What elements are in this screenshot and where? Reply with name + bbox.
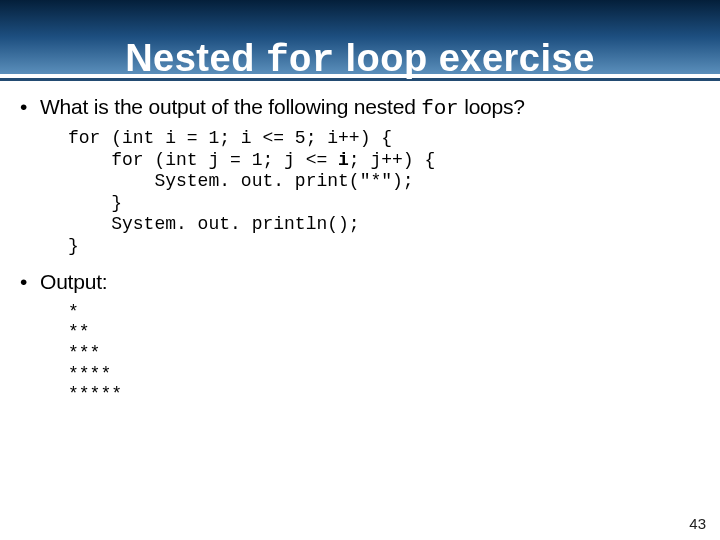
- title-band: Nested for loop exercise: [0, 0, 720, 74]
- code-l5: System. out. println();: [68, 214, 360, 234]
- slide: Nested for loop exercise • What is the o…: [0, 0, 720, 540]
- code-l4: }: [68, 193, 122, 213]
- bullet-output-label: Output:: [40, 270, 107, 294]
- q-mono: for: [421, 97, 458, 120]
- slide-body: • What is the output of the following ne…: [0, 81, 720, 405]
- q-post: loops?: [459, 95, 525, 118]
- bullet-question: • What is the output of the following ne…: [20, 95, 700, 120]
- title-pre: Nested: [125, 37, 266, 79]
- q-pre: What is the output of the following nest…: [40, 95, 421, 118]
- bullet-dot-icon: •: [20, 270, 40, 294]
- code-block: for (int i = 1; i <= 5; i++) { for (int …: [68, 128, 700, 258]
- slide-title: Nested for loop exercise: [125, 39, 595, 80]
- code-l3: System. out. print("*");: [68, 171, 414, 191]
- code-l2a: for (int j = 1; j <=: [68, 150, 338, 170]
- title-post: loop exercise: [334, 37, 594, 79]
- title-mono: for: [266, 39, 334, 82]
- code-l1: for (int i = 1; i <= 5; i++) {: [68, 128, 392, 148]
- code-l2b: i: [338, 150, 349, 170]
- bullet-question-text: What is the output of the following nest…: [40, 95, 525, 120]
- page-number: 43: [689, 515, 706, 532]
- bullet-dot-icon: •: [20, 95, 40, 119]
- bullet-output: • Output:: [20, 270, 700, 294]
- output-block: * ** *** **** *****: [68, 302, 700, 405]
- code-l6: }: [68, 236, 79, 256]
- code-l2c: ; j++) {: [349, 150, 435, 170]
